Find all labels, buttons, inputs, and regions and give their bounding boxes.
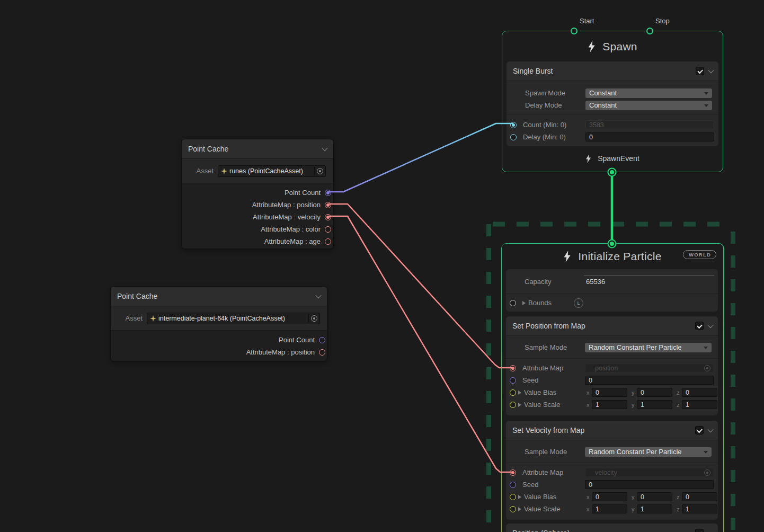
value-scale-x-field[interactable]: 1 [592, 400, 627, 409]
asset-object-field[interactable]: intermediate-planet-64k (PointCacheAsset… [147, 313, 320, 324]
output-label: Point Count [279, 336, 315, 344]
attributemap-position-port[interactable] [319, 349, 325, 356]
point-cache-header[interactable]: Point Cache [182, 139, 333, 159]
seed-field[interactable]: 0 [585, 376, 714, 385]
start-flow-port[interactable] [571, 28, 578, 34]
point-cache-node-planet[interactable]: Point Cache Asset intermediate-planet-64… [110, 286, 327, 361]
value-bias-z-field[interactable]: 0 [682, 388, 717, 397]
chevron-down-icon[interactable] [315, 292, 321, 298]
output-label: AttributeMap : color [261, 225, 321, 233]
block-enabled-checkbox[interactable] [695, 322, 704, 330]
chevron-down-icon[interactable] [707, 529, 713, 532]
value-scale-z-field[interactable]: 1 [682, 504, 717, 513]
edge-position-to-attributemap[interactable] [328, 204, 513, 368]
object-picker-icon [704, 469, 710, 476]
count-row: Count (Min: 0) 3583 [507, 119, 718, 131]
block-enabled-checkbox[interactable] [695, 426, 704, 435]
value-bias-x-field[interactable]: 0 [592, 388, 627, 397]
initialize-particle-context-node[interactable]: Initialize Particle WORLD Capacity 65536… [501, 243, 724, 532]
set-position-from-map-block[interactable]: Set Position from Map Sample Mode Random… [506, 316, 718, 415]
value-bias-z-field[interactable]: 0 [682, 492, 717, 501]
object-picker-icon[interactable] [317, 168, 323, 174]
chevron-down-icon[interactable] [707, 322, 713, 328]
foldout-triangle-icon[interactable] [518, 507, 521, 511]
attribute-map-port[interactable] [510, 365, 516, 371]
point-count-port[interactable] [319, 337, 325, 343]
set-velocity-from-map-block[interactable]: Set Velocity from Map Sample Mode Random… [506, 421, 718, 520]
delay-value: 0 [589, 134, 593, 141]
attributemap-velocity-port[interactable] [325, 214, 331, 220]
foldout-triangle-icon[interactable] [518, 403, 521, 407]
asset-object-field[interactable]: runes (PointCacheAsset) [218, 165, 326, 177]
attributemap-position-port[interactable] [325, 202, 331, 208]
block-enabled-checkbox[interactable] [696, 67, 704, 75]
spawn-mode-row: Spawn Mode Constant [507, 87, 718, 99]
delay-mode-dropdown[interactable]: Constant [585, 101, 712, 110]
value: 1 [596, 401, 599, 409]
value-scale-row: Value Scale x 1 y 1 z 1 [506, 503, 718, 515]
value-bias-port[interactable] [510, 494, 516, 500]
chevron-down-icon[interactable] [707, 427, 713, 432]
point-count-port[interactable] [325, 190, 331, 196]
value-scale-port[interactable] [510, 506, 516, 512]
attribute-map-port[interactable] [510, 469, 516, 476]
spawn-mode-value: Constant [589, 89, 617, 97]
spawn-context-node[interactable]: Start Stop Spawn Single Burst Spawn Mode… [502, 31, 723, 172]
attributemap-color-port[interactable] [325, 226, 331, 233]
point-cache-header[interactable]: Point Cache [111, 287, 327, 306]
foldout-triangle-icon[interactable] [522, 301, 526, 305]
count-port[interactable] [510, 122, 517, 128]
value-bias-port[interactable] [510, 389, 516, 396]
value-scale-z-field[interactable]: 1 [682, 400, 717, 409]
bounds-port[interactable] [510, 300, 516, 306]
vfx-graph-canvas[interactable]: { "colors": { "background": "#1b1b1b", "… [0, 0, 764, 532]
set-position-header[interactable]: Set Position from Map [506, 316, 718, 336]
object-picker-icon[interactable] [311, 315, 317, 322]
seed-port[interactable] [510, 482, 516, 488]
stop-flow-port[interactable] [646, 28, 653, 34]
foldout-triangle-icon[interactable] [518, 495, 521, 499]
value-scale-y-field[interactable]: 1 [637, 400, 672, 409]
block-enabled-checkbox[interactable] [695, 529, 704, 532]
seed-label: Seed [522, 376, 585, 384]
world-space-badge[interactable]: WORLD [683, 250, 716, 259]
attribute-map-row: Attribute Map position [506, 362, 718, 374]
lightning-icon [563, 251, 571, 262]
spawn-event-label: SpawnEvent [598, 154, 639, 163]
single-burst-block[interactable]: Single Burst Spawn Mode Constant Delay M… [507, 61, 718, 146]
delay-field[interactable]: 0 [585, 132, 714, 141]
spawn-mode-dropdown[interactable]: Constant [585, 88, 712, 98]
asset-label: Asset [182, 167, 214, 175]
chevron-down-icon[interactable] [322, 145, 327, 151]
delay-port[interactable] [510, 134, 517, 140]
value-scale-y-field[interactable]: 1 [637, 504, 672, 513]
x-axis-label: x [587, 402, 592, 408]
value-bias-y-field[interactable]: 0 [637, 492, 672, 501]
single-burst-header[interactable]: Single Burst [507, 61, 718, 81]
seed-label: Seed [522, 481, 585, 489]
foldout-triangle-icon[interactable] [518, 391, 521, 395]
point-cache-node-runes[interactable]: Point Cache Asset runes (PointCacheAsset… [181, 139, 334, 249]
seed-port[interactable] [510, 377, 516, 384]
value-bias-row: Value Bias x 0 y 0 z 0 [506, 491, 718, 503]
value-bias-y-field[interactable]: 0 [637, 388, 672, 397]
local-space-icon[interactable]: L [574, 298, 583, 308]
attributemap-age-port[interactable] [325, 238, 331, 245]
sample-mode-dropdown[interactable]: Random Constant Per Particle [585, 447, 712, 457]
seed-field[interactable]: 0 [585, 480, 714, 489]
divider [314, 167, 315, 175]
position-sphere-block[interactable]: Position (Sphere) [506, 524, 718, 532]
value-scale-port[interactable] [510, 402, 516, 408]
capacity-value[interactable]: 65536 [586, 278, 605, 286]
position-sphere-header[interactable]: Position (Sphere) [506, 524, 718, 532]
chevron-down-icon[interactable] [708, 67, 714, 73]
divider [507, 114, 718, 114]
value-scale-x-field[interactable]: 1 [592, 504, 627, 513]
set-velocity-header[interactable]: Set Velocity from Map [506, 421, 718, 440]
edge-pointcount-to-count[interactable] [328, 123, 513, 192]
sample-mode-dropdown[interactable]: Random Constant Per Particle [585, 343, 712, 352]
value: 1 [641, 506, 644, 513]
value-bias-x-field[interactable]: 0 [592, 492, 627, 501]
z-axis-label: z [677, 402, 682, 408]
edge-velocity-to-attributemap[interactable] [328, 216, 513, 472]
